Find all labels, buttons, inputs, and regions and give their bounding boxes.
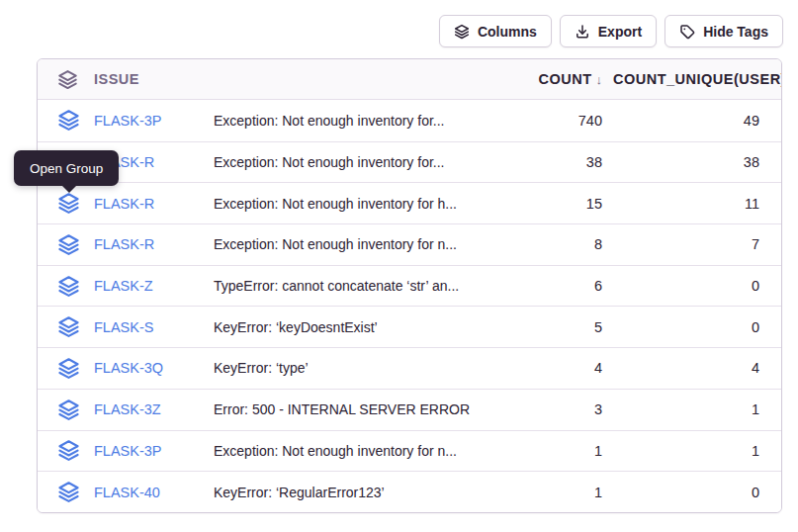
issue-link[interactable]: FLASK-3P [81,113,200,129]
toolbar: Columns Export Hide Tags [439,15,783,47]
hide-tags-button-label: Hide Tags [703,24,768,40]
table-row[interactable]: FLASK-3P Exception: Not enough inventory… [38,100,781,141]
count-unique-value: 1 [613,443,781,459]
hide-tags-button[interactable]: Hide Tags [665,15,783,47]
issue-title: Exception: Not enough inventory for n... [200,236,499,252]
tooltip: Open Group [14,150,119,186]
count-unique-value: 0 [613,485,781,500]
table-row[interactable]: FLASK-3Z Error: 500 - INTERNAL SERVER ER… [38,389,781,430]
count-value: 1 [499,485,613,500]
issue-link[interactable]: FLASK-R [81,196,200,212]
issue-link[interactable]: FLASK-S [81,319,200,335]
table-row[interactable]: FLASK-3Q KeyError: ‘type’ 4 4 [38,347,781,389]
page: Columns Export Hide Tags ISSUE COUNT ↓ C [0,0,798,532]
issue-title: Error: 500 - INTERNAL SERVER ERROR [200,401,499,417]
count-value: 15 [499,196,613,212]
issue-link[interactable]: FLASK-R [81,236,200,252]
issue-link[interactable]: FLASK-Z [81,278,200,294]
count-value: 6 [499,278,613,294]
issue-title: Exception: Not enough inventory for n... [200,443,499,459]
issue-group-icon[interactable] [38,357,81,380]
issues-table: ISSUE COUNT ↓ COUNT_UNIQUE(USER) FLASK-3… [37,58,782,513]
issue-group-icon[interactable] [38,275,81,298]
table-rows: FLASK-3P Exception: Not enough inventory… [38,100,781,512]
table-row[interactable]: FLASK-3P Exception: Not enough inventory… [38,430,781,472]
table-row[interactable]: FLASK-S KeyError: ‘keyDoesntExist’ 5 0 [38,306,781,347]
sort-descending-icon: ↓ [596,72,603,87]
issue-title: KeyError: ‘RegularError123’ [200,485,499,500]
count-value: 38 [499,154,613,170]
issue-link[interactable]: FLASK-40 [81,485,200,500]
tooltip-label: Open Group [30,161,103,176]
issue-column-icon [38,69,81,90]
count-unique-value: 0 [613,278,781,294]
count-value: 3 [499,401,613,417]
tooltip-caret-icon [61,185,77,193]
count-unique-value: 49 [613,113,781,129]
export-button-label: Export [598,24,642,40]
issue-group-icon[interactable] [38,315,81,338]
table-row[interactable]: FLASK-40 KeyError: ‘RegularError123’ 1 0 [38,471,781,512]
issue-link[interactable]: FLASK-3Z [81,401,200,417]
count-unique-value: 0 [613,319,781,335]
table-row[interactable]: FLASK-Z TypeError: cannot concatenate ‘s… [38,265,781,307]
tag-icon [679,24,695,40]
issue-group-icon[interactable] [38,481,81,503]
count-unique-value: 38 [613,154,781,170]
columns-button-label: Columns [478,24,537,40]
table-header: ISSUE COUNT ↓ COUNT_UNIQUE(USER) [38,59,781,100]
issue-group-icon[interactable] [38,109,81,132]
columns-button[interactable]: Columns [439,15,552,47]
count-unique-value: 4 [613,360,781,376]
issue-group-icon[interactable] [38,192,81,215]
stack-icon [57,69,78,90]
count-value: 8 [499,236,613,252]
header-count-unique[interactable]: COUNT_UNIQUE(USER) [613,71,781,87]
count-value: 1 [499,443,613,459]
issue-title: KeyError: ‘keyDoesntExist’ [200,319,499,335]
count-unique-value: 11 [613,196,781,212]
issue-group-icon[interactable] [38,439,81,462]
issue-link[interactable]: FLASK-3Q [81,360,200,376]
count-unique-value: 7 [613,236,781,252]
issue-group-icon[interactable] [38,399,81,421]
count-value: 5 [499,319,613,335]
issue-title: Exception: Not enough inventory for... [200,154,499,170]
table-row[interactable]: FLASK-R Exception: Not enough inventory … [38,141,781,183]
issue-link[interactable]: FLASK-3P [81,443,200,459]
issue-title: KeyError: ‘type’ [200,360,499,376]
header-count-label: COUNT [538,71,591,87]
count-value: 4 [499,360,613,376]
download-icon [575,24,590,40]
issue-title: TypeError: cannot concatenate ‘str’ an..… [200,278,499,294]
table-row[interactable]: FLASK-R Exception: Not enough inventory … [38,223,781,265]
table-row[interactable]: FLASK-R Exception: Not enough inventory … [38,182,781,223]
header-count[interactable]: COUNT ↓ [499,71,613,87]
issue-group-icon[interactable] [38,233,81,256]
issue-title: Exception: Not enough inventory for h... [200,196,499,212]
header-issue[interactable]: ISSUE [81,71,200,87]
issue-title: Exception: Not enough inventory for... [200,113,499,129]
count-unique-value: 1 [613,401,781,417]
count-value: 740 [499,113,613,129]
export-button[interactable]: Export [560,15,657,47]
stack-icon [454,24,470,40]
